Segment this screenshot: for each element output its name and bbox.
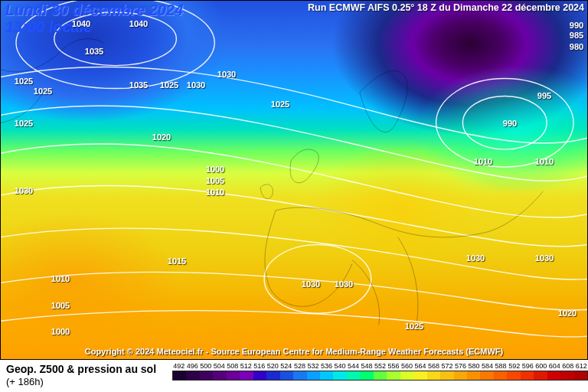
isobar-label: 1010 — [474, 157, 492, 166]
scale-tick: 592 — [508, 362, 521, 370]
scale-swatch — [454, 371, 467, 380]
scale-tick: 552 — [374, 362, 387, 370]
weather-map: Lundi 30 décembre 2024 13:00 locale Run … — [0, 0, 588, 360]
isobar-label: 1030 — [302, 279, 320, 289]
isobar-label: 1025 — [160, 80, 178, 90]
isobar-label: 1025 — [15, 119, 33, 128]
scale-swatch — [574, 371, 587, 380]
isobar-label: 1000 — [51, 327, 70, 336]
scale-swatch — [333, 371, 346, 380]
isobar-label: 1020 — [558, 309, 577, 318]
scale-swatch — [173, 371, 186, 380]
isobar-label: 1000 — [206, 165, 224, 174]
scale-tick: 548 — [360, 362, 374, 370]
scale-tick: 528 — [293, 362, 307, 370]
isobar-label: 985 — [570, 31, 583, 40]
legend-title-block: Geop. Z500 & pression au sol (+ 186h) — [0, 361, 172, 392]
isobar-label: 1030 — [217, 70, 236, 79]
scale-tick: 564 — [413, 362, 427, 370]
isobar-label: 1020 — [152, 132, 171, 142]
scale-tick: 508 — [226, 362, 240, 370]
legend-title: Geop. Z500 & pression au sol — [6, 363, 171, 376]
scale-swatch — [293, 371, 306, 380]
scale-swatch — [213, 371, 226, 380]
scale-tick: 604 — [547, 362, 561, 370]
scale-swatch — [227, 371, 240, 380]
legend-subtitle: (+ 186h) — [6, 376, 171, 388]
scale-swatch — [360, 371, 373, 380]
scale-swatch — [427, 371, 440, 380]
scale-swatch — [387, 371, 400, 380]
scale-swatch — [320, 371, 333, 380]
scale-tick: 512 — [240, 362, 253, 370]
isobar-label: 1010 — [51, 274, 70, 283]
scale-tick: 500 — [199, 362, 213, 370]
isobar-label: 1035 — [129, 80, 148, 90]
scale-tick: 536 — [320, 362, 334, 370]
forecast-date: Lundi 30 décembre 2024 — [5, 2, 183, 18]
isobar-label: 1005 — [206, 176, 224, 185]
isobar-label: 990 — [570, 21, 583, 30]
scale-tick: 560 — [400, 362, 414, 370]
legend-scale: 4924965005045085125165205245285325365405… — [172, 361, 588, 392]
scale-tick: 584 — [481, 362, 495, 370]
isobar-label: 1040 — [129, 19, 148, 28]
isobar-label: 1035 — [85, 47, 103, 56]
scale-tick: 540 — [333, 362, 347, 370]
scale-tick: 576 — [454, 362, 468, 370]
scale-swatch — [240, 371, 253, 380]
scale-swatch — [521, 371, 534, 380]
legend: Geop. Z500 & pression au sol (+ 186h) 49… — [0, 361, 588, 392]
isobar-label: 1030 — [466, 253, 485, 263]
isobar-label: 980 — [570, 42, 583, 51]
scale-swatch — [186, 371, 199, 380]
scale-tick: 492 — [172, 362, 186, 370]
scale-tick: 544 — [347, 362, 361, 370]
isobar-label: 1030 — [335, 279, 353, 289]
scale-swatch — [200, 371, 213, 380]
scale-tick: 504 — [213, 362, 227, 370]
scale-tick: 532 — [306, 362, 320, 370]
scale-swatch — [266, 371, 279, 380]
scale-tick: 516 — [253, 362, 266, 370]
isobar-label: 1040 — [72, 19, 90, 28]
scale-swatch — [400, 371, 413, 380]
scale-swatch — [467, 371, 480, 380]
scale-tick: 556 — [387, 362, 400, 370]
isobar-label: 1010 — [535, 157, 554, 166]
scale-swatch — [374, 371, 387, 380]
isobar-label: 1015 — [168, 256, 186, 266]
scale-swatch — [547, 371, 560, 380]
isobar-label: 1025 — [405, 322, 423, 331]
scale-swatch — [253, 371, 266, 380]
isobar-label: 1010 — [206, 188, 224, 197]
scale-tick: 596 — [521, 362, 534, 370]
scale-swatch — [413, 371, 426, 380]
isobar-label: 990 — [503, 119, 517, 128]
isobar-label: 1025 — [271, 100, 289, 109]
scale-tick: 572 — [440, 362, 454, 370]
copyright-text: Copyright © 2024 Meteociel.fr - Source E… — [1, 347, 587, 356]
isobar-label: 1025 — [34, 87, 52, 96]
scale-swatch — [347, 371, 360, 380]
scale-swatch — [307, 371, 320, 380]
scale-tick: 608 — [561, 362, 575, 370]
scale-swatch — [280, 371, 293, 380]
isobar-label: 1005 — [51, 301, 70, 310]
scale-tick: 568 — [427, 362, 441, 370]
scale-tick: 496 — [186, 362, 200, 370]
scale-tick: 580 — [467, 362, 481, 370]
isobar-label: 1025 — [15, 77, 33, 86]
scale-swatch — [534, 371, 547, 380]
scale-swatch — [560, 371, 573, 380]
scale-tick: 524 — [279, 362, 293, 370]
model-run-label: Run ECMWF AIFS 0.25° 18 Z du Dimanche 22… — [308, 2, 584, 13]
scale-swatch — [507, 371, 520, 380]
scale-tick: 520 — [266, 362, 280, 370]
isobar-label: 1030 — [15, 186, 33, 195]
isobar-label: 1030 — [187, 80, 205, 90]
scale-swatch — [494, 371, 507, 380]
scale-tick: 612 — [574, 362, 588, 370]
scale-tick: 588 — [494, 362, 508, 370]
scale-tick: 600 — [534, 362, 548, 370]
